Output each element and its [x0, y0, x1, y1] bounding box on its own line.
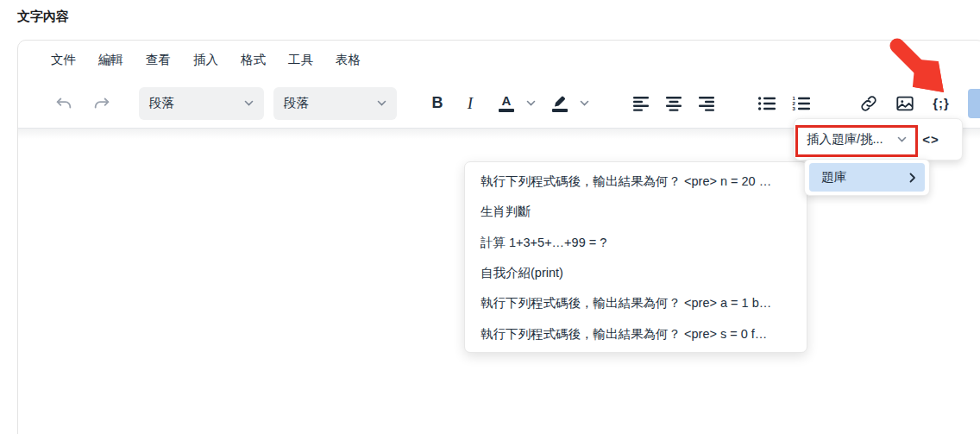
bold-button[interactable]: B	[423, 89, 452, 118]
chevron-down-icon	[526, 100, 536, 107]
text-color-icon: A	[499, 94, 514, 112]
submenu-item-label: 題庫	[821, 169, 846, 186]
menu-format[interactable]: 格式	[232, 47, 274, 72]
more-toolbar-button[interactable]	[968, 89, 980, 118]
insert-question-bank-value: 插入題庫/挑...	[807, 131, 883, 148]
source-code-button[interactable]: <>	[915, 125, 946, 154]
link-icon	[859, 94, 878, 113]
bullet-list-button[interactable]	[752, 89, 782, 118]
text-color-menu-button[interactable]	[521, 89, 540, 118]
style-format-value: 段落	[284, 95, 309, 111]
question-bank-submenu-popup: 題庫	[804, 159, 930, 196]
block-format-value: 段落	[149, 95, 174, 111]
align-right-icon	[698, 96, 715, 111]
align-right-button[interactable]	[692, 89, 721, 118]
menu-edit[interactable]: 編輯	[90, 47, 132, 72]
text-color-button[interactable]: A	[492, 89, 521, 118]
question-item[interactable]: 執行下列程式碼後，輸出結果為何？ <pre> s = 0 f…	[465, 318, 807, 349]
image-button[interactable]	[890, 89, 920, 118]
undo-icon	[54, 94, 73, 113]
highlight-color-menu-button[interactable]	[575, 89, 594, 118]
question-item[interactable]: 計算 1+3+5+…+99 = ?	[465, 228, 807, 258]
bullet-list-icon	[757, 96, 776, 111]
question-item[interactable]: 執行下列程式碼後，輸出結果為何？ <pre> n = 20 …	[465, 167, 807, 197]
link-button[interactable]	[854, 89, 883, 118]
image-icon	[895, 94, 914, 113]
numbered-list-button[interactable]: 1 2 3	[787, 89, 816, 118]
page-title: 文字內容	[17, 9, 69, 25]
menu-insert[interactable]: 插入	[185, 47, 227, 72]
highlighter-icon	[552, 94, 568, 112]
block-format-select[interactable]: 段落	[139, 87, 264, 120]
svg-text:3: 3	[793, 106, 796, 111]
question-item[interactable]: 自我介紹(print)	[465, 258, 807, 288]
redo-button[interactable]	[87, 89, 116, 118]
numbered-list-icon: 1 2 3	[792, 96, 811, 111]
highlight-color-button[interactable]	[545, 89, 575, 118]
align-left-button[interactable]	[626, 89, 656, 118]
align-left-icon	[632, 96, 650, 111]
chevron-down-icon	[580, 100, 589, 107]
submenu-item-question-bank[interactable]: 題庫	[809, 163, 925, 192]
menu-tools[interactable]: 工具	[280, 47, 322, 72]
question-item[interactable]: 執行下列程式碼後，輸出結果為何？ <pre> a = 1 b…	[465, 288, 807, 318]
chevron-down-icon	[244, 100, 254, 107]
chevron-right-icon	[909, 173, 916, 183]
code-sample-button[interactable]: {;}	[927, 89, 956, 118]
italic-button[interactable]: I	[455, 89, 485, 118]
chevron-down-icon	[377, 100, 386, 107]
align-center-button[interactable]	[659, 89, 688, 118]
menu-view[interactable]: 查看	[137, 47, 179, 72]
align-center-icon	[665, 96, 682, 111]
question-item[interactable]: 生肖判斷	[465, 197, 807, 227]
overflow-toolbar-popup: 插入題庫/挑... <>	[794, 118, 963, 160]
style-format-select[interactable]: 段落	[273, 87, 397, 120]
undo-button[interactable]	[49, 89, 79, 118]
menu-file[interactable]: 文件	[42, 47, 85, 72]
chevron-down-icon	[897, 136, 907, 143]
menu-table[interactable]: 表格	[327, 47, 369, 72]
question-list-popup: 執行下列程式碼後，輸出結果為何？ <pre> n = 20 … 生肖判斷 計算 …	[464, 161, 807, 353]
insert-question-bank-select[interactable]: 插入題庫/挑...	[801, 125, 910, 154]
editor-menubar: 文件 編輯 查看 插入 格式 工具 表格	[18, 41, 980, 79]
redo-icon	[92, 94, 111, 113]
